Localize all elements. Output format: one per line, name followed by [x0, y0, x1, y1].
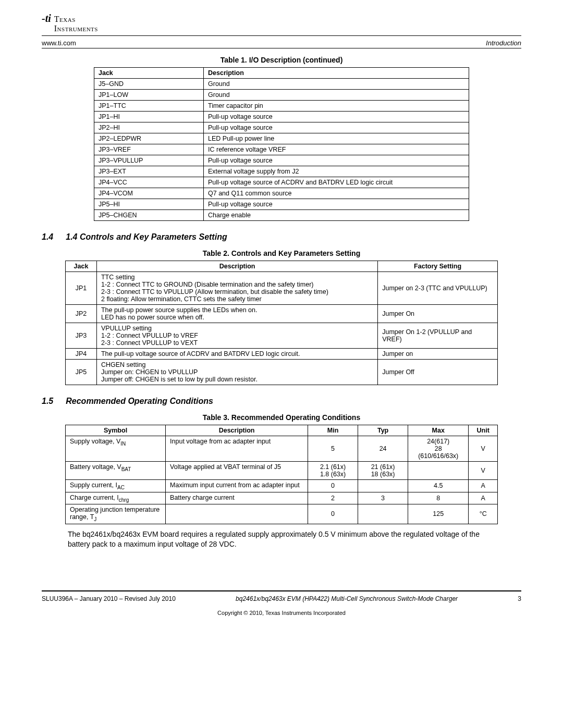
cell-description: The pull-up voltage source of ACDRV and …: [96, 349, 377, 360]
section-1-5-title: Recommended Operating Conditions: [66, 397, 213, 405]
table-cell: JP2–LEDPWR: [94, 133, 204, 144]
table3-caption: Table 3. Recommended Operating Condition…: [42, 413, 521, 422]
table-cell: JP5–CHGEN: [94, 210, 204, 221]
table-header-row: Symbol Description Min Typ Max Unit: [66, 425, 498, 436]
cell-description: CHGEN setting Jumper on: CHGEN to VPULLU…: [96, 360, 377, 385]
cell-typ: [358, 480, 408, 492]
brand-line1: Texas: [54, 15, 98, 24]
header-rule: [42, 35, 521, 36]
body-paragraph: The bq2461x/bq2463x EVM board requires a…: [68, 529, 500, 549]
page-footer: SLUU396A – January 2010 – Revised July 2…: [42, 595, 521, 602]
table-cell: Pull-up voltage source: [204, 199, 469, 210]
table-cell: Timer capacitor pin: [204, 101, 469, 112]
section-1-4-num: 1.4: [42, 232, 53, 241]
cell-typ: 24: [358, 436, 408, 462]
cell-description: TTC setting 1-2 : Connect TTC to GROUND …: [96, 272, 377, 305]
cell-typ: 3: [358, 492, 408, 504]
table-row: JP1–TTCTimer capacitor pin: [94, 101, 469, 112]
table-cell: IC reference voltage VREF: [204, 144, 469, 155]
table-row: JP2The pull-up power source supplies the…: [66, 305, 498, 323]
col-typ: Typ: [358, 425, 408, 436]
table-cell: Q7 and Q11 common source: [204, 188, 469, 199]
cell-jack: JP4: [66, 349, 97, 360]
table-cell: JP4–VCOM: [94, 188, 204, 199]
table-row: JP1TTC setting 1-2 : Connect TTC to GROU…: [66, 272, 498, 305]
footer-page-number: 3: [518, 595, 521, 602]
table-row: JP3–EXTExternal voltage supply from J2: [94, 166, 469, 177]
cell-factory-setting: Jumper Off: [378, 360, 498, 385]
col-description: Description: [166, 425, 308, 436]
cell-symbol: Operating junction temperature range, TJ: [66, 504, 166, 524]
col-jack: Jack: [94, 68, 204, 79]
col-factory-setting: Factory Setting: [378, 261, 498, 272]
table-cell: JP3–VPULLUP: [94, 155, 204, 166]
cell-max: 8: [408, 492, 469, 504]
table-header-row: Jack Description Factory Setting: [66, 261, 498, 272]
cell-unit: A: [469, 480, 498, 492]
table-row: JP2–HIPull-up voltage source: [94, 122, 469, 133]
table-row: JP5CHGEN setting Jumper on: CHGEN to VPU…: [66, 360, 498, 385]
cell-min: 2.1 (61x) 1.8 (63x): [308, 462, 358, 480]
cell-description: Voltage applied at VBAT terminal of J5: [166, 462, 308, 480]
io-description-table: Jack Description J5–GNDGroundJP1–LOWGrou…: [94, 67, 469, 221]
table-row: J5–GNDGround: [94, 79, 469, 90]
col-symbol: Symbol: [66, 425, 166, 436]
cell-min: 2: [308, 492, 358, 504]
table-row: JP4–VCOMQ7 and Q11 common source: [94, 188, 469, 199]
table-row: Supply current, IACMaximum input current…: [66, 480, 498, 492]
cell-description: Battery charge current: [166, 492, 308, 504]
table-cell: JP4–VCC: [94, 177, 204, 188]
cell-typ: 21 (61x) 18 (63x): [358, 462, 408, 480]
controls-parameters-table: Jack Description Factory Setting JP1TTC …: [65, 261, 498, 385]
table-cell: Charge enable: [204, 210, 469, 221]
col-unit: Unit: [469, 425, 498, 436]
cell-max: [408, 462, 469, 480]
cell-jack: JP2: [66, 305, 97, 323]
cell-factory-setting: Jumper On: [378, 305, 498, 323]
table-cell: Pull-up voltage source of ACDRV and BATD…: [204, 177, 469, 188]
table-cell: JP2–HI: [94, 122, 204, 133]
cell-description: Input voltage from ac adapter input: [166, 436, 308, 462]
table-row: JP4–VCCPull-up voltage source of ACDRV a…: [94, 177, 469, 188]
cell-min: 5: [308, 436, 358, 462]
table-cell: JP3–VREF: [94, 144, 204, 155]
footer-doc-title: bq2461x/bq2463x EVM (HPA422) Multi-Cell …: [236, 595, 458, 602]
cell-description: Maximum input current from ac adapter in…: [166, 480, 308, 492]
table-row: Operating junction temperature range, TJ…: [66, 504, 498, 524]
col-max: Max: [408, 425, 469, 436]
col-description: Description: [204, 68, 469, 79]
col-description: Description: [96, 261, 377, 272]
table-cell: Ground: [204, 79, 469, 90]
cell-jack: JP5: [66, 360, 97, 385]
section-1-4-heading: 1.41.4 Controls and Key Parameters Setti…: [42, 232, 521, 242]
cell-description: [166, 504, 308, 524]
table-cell: J5–GND: [94, 79, 204, 90]
col-min: Min: [308, 425, 358, 436]
cell-description: VPULLUP setting 1-2 : Connect VPULLUP to…: [96, 323, 377, 349]
footer-rule: [42, 590, 521, 591]
table-row: JP5–CHGENCharge enable: [94, 210, 469, 221]
cell-min: 0: [308, 504, 358, 524]
cell-unit: V: [469, 436, 498, 462]
cell-description: The pull-up power source supplies the LE…: [96, 305, 377, 323]
table-row: JP5–HIPull-up voltage source: [94, 199, 469, 210]
ti-logo-symbol: -ti: [42, 13, 51, 24]
cell-symbol: Supply voltage, VIN: [66, 436, 166, 462]
table-cell: JP1–HI: [94, 112, 204, 122]
table-cell: JP1–LOW: [94, 90, 204, 101]
table-cell: Ground: [204, 90, 469, 101]
table-cell: Pull-up voltage source: [204, 112, 469, 122]
cell-symbol: Charge current, Ichrg: [66, 492, 166, 504]
header-section-label: Introduction: [486, 39, 521, 47]
table-cell: External voltage supply from J2: [204, 166, 469, 177]
table-row: Supply voltage, VINInput voltage from ac…: [66, 436, 498, 462]
cell-unit: V: [469, 462, 498, 480]
cell-jack: JP1: [66, 272, 97, 305]
table1-caption: Table 1. I/O Description (continued): [42, 56, 521, 64]
cell-factory-setting: Jumper on: [378, 349, 498, 360]
table-cell: LED Pull-up power line: [204, 133, 469, 144]
cell-unit: A: [469, 492, 498, 504]
cell-symbol: Battery voltage, VBAT: [66, 462, 166, 480]
table-row: JP1–HIPull-up voltage source: [94, 112, 469, 122]
table-cell: JP3–EXT: [94, 166, 204, 177]
